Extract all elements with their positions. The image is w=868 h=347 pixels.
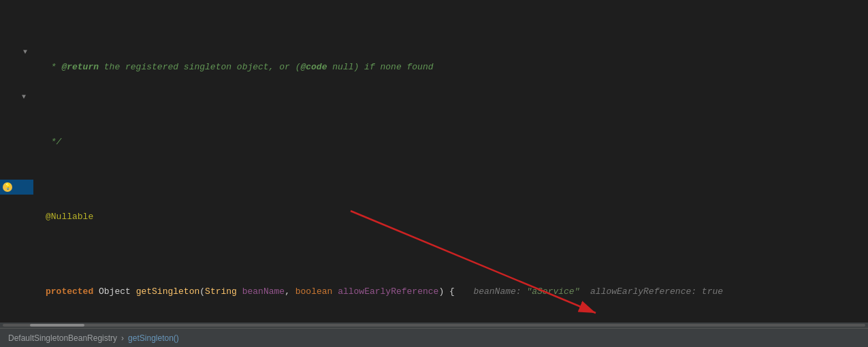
code-token: getSingleton: [136, 284, 200, 299]
editor-container: ▼ ▼ 💡: [0, 0, 868, 347]
code-line: @Nullable: [43, 210, 868, 225]
gutter-line-fold[interactable]: ▼: [0, 45, 33, 60]
code-token: [237, 284, 242, 299]
code-token: @code: [300, 60, 327, 75]
code-token: beanName: [242, 284, 285, 299]
gutter-line-fold[interactable]: ▼: [0, 90, 33, 105]
code-token: [332, 284, 338, 299]
fold-icon[interactable]: ▼: [20, 93, 28, 101]
gutter-line: [0, 284, 33, 299]
gutter-line: [0, 75, 33, 90]
line-numbers: ▼ ▼ 💡: [0, 0, 37, 323]
code-token: @return: [61, 60, 99, 75]
code-line: * @return the registered singleton objec…: [43, 60, 868, 75]
code-token: String: [205, 284, 237, 299]
gutter-line: [0, 210, 33, 225]
scrollbar-track[interactable]: [3, 324, 865, 327]
gutter-line: [0, 105, 33, 120]
gutter-line: [0, 150, 33, 165]
gutter-line: [0, 60, 33, 75]
code-token: *: [46, 60, 61, 75]
code-token: protected: [46, 284, 93, 299]
gutter-line: [0, 30, 33, 45]
gutter-line: [0, 120, 33, 135]
scrollbar-thumb[interactable]: [30, 324, 84, 327]
code-token: (: [199, 284, 205, 299]
code-lines: * @return the registered singleton objec…: [37, 0, 868, 323]
gutter-line: [0, 0, 33, 15]
gutter-line: [0, 135, 33, 150]
inline-hint: beanName: "aService" allowEarlyReference…: [463, 284, 723, 299]
code-area: ▼ ▼ 💡: [0, 0, 868, 323]
code-token: */: [46, 135, 61, 150]
breadcrumb-class: DefaultSingletonBeanRegistry: [8, 333, 117, 343]
breadcrumb-method: getSingleton(): [128, 333, 179, 343]
gutter-line: [0, 225, 33, 239]
gutter-line: [0, 195, 33, 210]
status-bar: DefaultSingletonBeanRegistry › getSingle…: [0, 328, 868, 347]
code-line: protected Object getSingleton(String bea…: [43, 284, 868, 299]
code-token: the registered singleton object, or (: [99, 60, 300, 75]
gutter-line: [0, 165, 33, 180]
code-token: boolean: [295, 284, 333, 299]
gutter-line: [0, 239, 33, 254]
gutter-line: [0, 269, 33, 284]
code-content: * @return the registered singleton objec…: [37, 0, 868, 323]
code-line: */: [43, 135, 868, 150]
code-token: Object: [93, 284, 135, 299]
code-token: allowEarlyReference: [338, 284, 438, 299]
code-token: @Nullable: [46, 210, 93, 225]
code-token: ) {: [438, 284, 454, 299]
gutter-line-bulb: 💡: [0, 180, 33, 195]
code-token: ,: [285, 284, 295, 299]
breadcrumb-separator: ›: [121, 333, 124, 343]
gutter-line: [0, 15, 33, 30]
gutter-line: [0, 254, 33, 269]
code-token: null) if none found: [327, 60, 433, 75]
fold-icon[interactable]: ▼: [21, 48, 29, 56]
scrollbar-area[interactable]: [0, 323, 868, 328]
bulb-icon[interactable]: 💡: [3, 182, 12, 192]
